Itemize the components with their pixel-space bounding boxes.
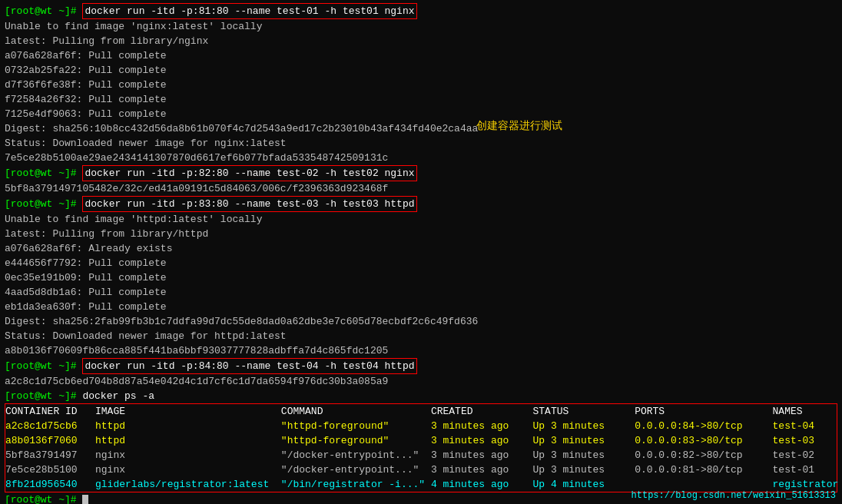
- annotation: 创建容器进行测试: [476, 119, 562, 133]
- output-line-12: Unable to find image 'httpd:latest' loca…: [5, 212, 837, 227]
- command-line-3: [root@wt ~]# docker run -itd -p:83:80 --…: [5, 196, 837, 212]
- command-line-5: [root@wt ~]# docker ps -a: [5, 389, 837, 403]
- output-line-2: latest: Pulling from library/nginx: [5, 34, 837, 48]
- output-line-14: a076a628af6f: Already exists: [5, 241, 837, 256]
- command-2: docker run -itd -p:82:80 --name test-02 …: [82, 165, 416, 181]
- table-header: CONTAINER ID IMAGE COMMAND CREATED STATU…: [5, 404, 837, 419]
- table-row-4: 7e5ce28b5100 nginx "/docker-entrypoint..…: [5, 463, 837, 477]
- output-line-9: Status: Downloaded newer image for nginx…: [5, 136, 837, 151]
- output-line-21: a8b0136f70609fb86cca885f441ba6bbf9303777…: [5, 343, 837, 358]
- output-line-1: Unable to find image 'nginx:latest' loca…: [5, 19, 837, 34]
- output-line-19: Digest: sha256:2fab99fb3b1c7ddfa99d7dc55…: [5, 314, 837, 329]
- output-line-4: 0732ab25fa22: Pull complete: [5, 63, 837, 78]
- footer-url: https://blog.csdn.net/weixin_51613313: [632, 490, 836, 501]
- command-1: docker run -itd -p:81:80 --name test-01 …: [82, 3, 416, 19]
- output-line-15: e444656f7792: Pull complete: [5, 256, 837, 270]
- table-row-1: a2c8c1d75cb6 httpd "httpd-foreground" 3 …: [5, 419, 837, 433]
- output-line-18: eb1da3ea630f: Pull complete: [5, 300, 837, 314]
- last-prompt: [root@wt ~]#: [5, 492, 82, 504]
- output-line-5: d7f36f6fe38f: Pull complete: [5, 78, 837, 92]
- command-5: docker ps -a: [82, 389, 154, 403]
- output-line-13: latest: Pulling from library/httpd: [5, 227, 837, 241]
- output-line-11: 5bf8a3791497105482e/32c/ed41a09191c5d840…: [5, 181, 837, 196]
- table-row-2: a8b0136f7060 httpd "httpd-foreground" 3 …: [5, 433, 837, 448]
- command-3: docker run -itd -p:83:80 --name test-03 …: [82, 196, 416, 212]
- output-line-6: f72584a26f32: Pull complete: [5, 92, 837, 107]
- command-line-4: [root@wt ~]# docker run -itd -p:84:80 --…: [5, 358, 837, 374]
- command-4: docker run -itd -p:84:80 --name test-04 …: [82, 358, 416, 374]
- output-line-8: Digest: sha256:10b8cc432d56da8b61b070f4c…: [5, 121, 837, 136]
- prompt-5: [root@wt ~]#: [5, 389, 82, 403]
- table-row-3: 5bf8a3791497 nginx "/docker-entrypoint..…: [5, 448, 837, 463]
- output-line-10: 7e5ce28b5100ae29ae2434141307870d6617ef6b…: [5, 151, 837, 165]
- prompt-1: [root@wt ~]#: [5, 4, 82, 18]
- output-line-20: Status: Downloaded newer image for httpd…: [5, 329, 837, 343]
- terminal: [root@wt ~]# docker run -itd -p:81:80 --…: [0, 0, 842, 504]
- command-line-2: [root@wt ~]# docker run -itd -p:82:80 --…: [5, 165, 837, 181]
- output-line-22: a2c8c1d75cb6ed704b8d87a54e042d4c1d7cf6c1…: [5, 374, 837, 389]
- docker-ps-table: CONTAINER ID IMAGE COMMAND CREATED STATU…: [5, 403, 837, 492]
- output-line-3: a076a628af6f: Pull complete: [5, 48, 837, 63]
- prompt-4: [root@wt ~]#: [5, 359, 82, 373]
- command-line-1: [root@wt ~]# docker run -itd -p:81:80 --…: [5, 3, 837, 19]
- prompt-2: [root@wt ~]#: [5, 166, 82, 181]
- cursor: [82, 495, 88, 505]
- output-line-16: 0ec35e191b09: Pull complete: [5, 270, 837, 285]
- output-line-7: 7125e4df9063: Pull complete: [5, 107, 837, 121]
- output-line-17: 4aad5d8db1a6: Pull complete: [5, 285, 837, 300]
- prompt-3: [root@wt ~]#: [5, 197, 82, 211]
